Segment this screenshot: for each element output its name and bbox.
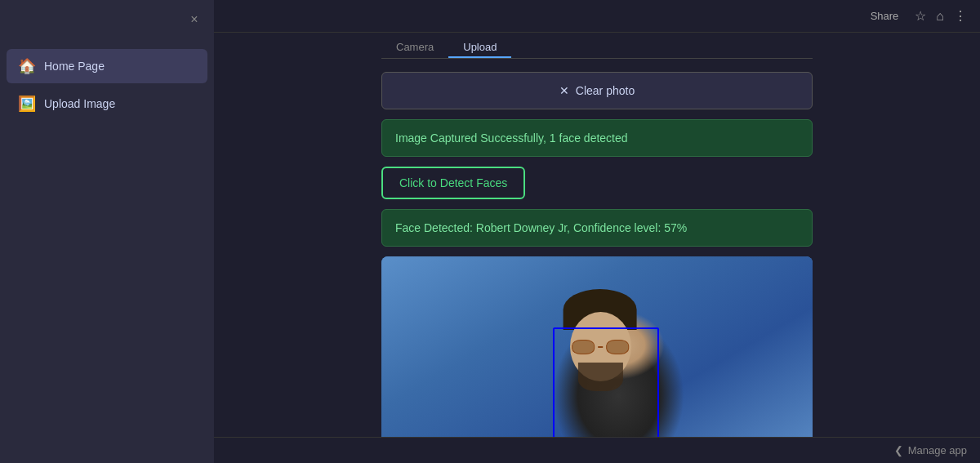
face-image: Robert Downey Jr, 57% (381, 256, 813, 463)
home-icon: 🏠 (18, 57, 36, 75)
sidebar-nav: 🏠 Home Page 🖼️ Upload Image (0, 49, 214, 121)
detection-status-text: Face Detected: Robert Downey Jr, Confide… (395, 221, 687, 234)
manage-app-label: Manage app (908, 444, 967, 456)
content-inner: Camera Upload ✕ Clear photo Image Captur… (368, 33, 826, 463)
close-icon: × (190, 12, 198, 27)
tab-camera-label: Camera (396, 41, 434, 53)
detect-button-label: Click to Detect Faces (399, 176, 507, 189)
tab-upload[interactable]: Upload (448, 36, 511, 58)
star-icon[interactable]: ☆ (915, 8, 926, 24)
github-icon[interactable]: ⌂ (936, 9, 944, 24)
capture-status-banner: Image Captured Successfully, 1 face dete… (381, 119, 813, 157)
sidebar-item-upload-label: Upload Image (44, 97, 115, 110)
tab-upload-label: Upload (463, 41, 497, 53)
detection-status-banner: Face Detected: Robert Downey Jr, Confide… (381, 209, 813, 247)
detect-faces-button[interactable]: Click to Detect Faces (381, 167, 525, 199)
bottom-bar: ❮ Manage app (214, 437, 980, 463)
share-button[interactable]: Share (864, 7, 906, 25)
clear-photo-button[interactable]: ✕ Clear photo (381, 72, 813, 109)
sidebar-item-home-label: Home Page (44, 60, 105, 73)
clear-photo-icon: ✕ (559, 84, 569, 97)
main-content: Share ☆ ⌂ ⋮ Camera Upload ✕ Clear photo (214, 0, 980, 463)
image-container: Robert Downey Jr, 57% (381, 256, 813, 463)
scene: Robert Downey Jr, 57% (381, 256, 813, 463)
sidebar: × 🏠 Home Page 🖼️ Upload Image (0, 0, 214, 463)
header: Share ☆ ⌂ ⋮ (214, 0, 980, 33)
sidebar-item-upload[interactable]: 🖼️ Upload Image (7, 87, 207, 121)
tabs-bar: Camera Upload (381, 33, 813, 59)
close-button[interactable]: × (185, 10, 204, 29)
content-area: Camera Upload ✕ Clear photo Image Captur… (214, 33, 980, 463)
capture-status-text: Image Captured Successfully, 1 face dete… (395, 131, 628, 145)
manage-app-button[interactable]: ❮ Manage app (894, 444, 967, 456)
sidebar-item-home[interactable]: 🏠 Home Page (7, 49, 207, 83)
upload-icon: 🖼️ (18, 95, 36, 113)
more-icon[interactable]: ⋮ (954, 8, 967, 24)
clear-photo-label: Clear photo (576, 84, 635, 97)
share-label: Share (871, 10, 899, 22)
chevron-left-icon: ❮ (894, 444, 903, 456)
tab-camera[interactable]: Camera (381, 36, 448, 58)
